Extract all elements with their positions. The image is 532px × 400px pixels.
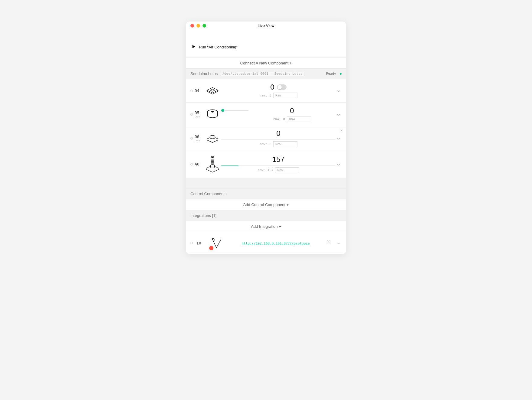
pin-label-d6: D6: [195, 134, 204, 139]
pin-sublabel-d5: pwm: [195, 115, 204, 118]
buzzer-icon: [204, 108, 221, 121]
pin-label-d4: D4: [195, 88, 204, 93]
device-header: Seeduino Lotus /dev/tty.usbserial-0001 -…: [186, 69, 346, 79]
device-path[interactable]: /dev/tty.usbserial-0001 - Seeduino Lotus: [220, 71, 304, 76]
pin-row-d4: D4 0 raw: 0: [186, 79, 346, 103]
pin-select-a0[interactable]: [190, 163, 193, 166]
window-title: Live View: [186, 23, 346, 28]
pin-sublabel-d6: pwm: [195, 139, 204, 142]
pin-slider-d6[interactable]: [221, 139, 336, 140]
pin-select-d4[interactable]: [190, 90, 193, 92]
pin-raw-mode-d5[interactable]: [287, 116, 311, 122]
pin-raw-mode-a0[interactable]: [275, 167, 299, 173]
svg-marker-0: [193, 45, 196, 48]
device-status: Ready: [326, 72, 336, 76]
pin-slider-a0[interactable]: [221, 166, 336, 166]
protopie-icon: [207, 236, 225, 250]
add-integration-button[interactable]: Add Integration +: [186, 221, 346, 232]
pin-raw-label-d5: raw: 0: [273, 117, 285, 121]
add-control-component-button[interactable]: Add Control Component +: [186, 199, 346, 210]
spacer-row: [186, 178, 346, 189]
play-icon: [192, 44, 196, 50]
pin-row-d6: × D6 pwm 0 raw: 0: [186, 126, 346, 150]
chevron-down-icon[interactable]: [336, 162, 342, 167]
run-label: Run “Air Conditioning”: [199, 45, 238, 49]
pin-value-d6: 0: [276, 129, 280, 138]
pin-raw-mode-d6[interactable]: [273, 141, 297, 147]
pin-raw-label-d4: raw: 0: [259, 93, 271, 97]
control-components-header: Control Components: [186, 189, 346, 199]
pin-slider-d5[interactable]: [221, 110, 248, 111]
pin-label-d5: D5: [195, 110, 204, 115]
pin-raw-label-a0: raw: 157: [258, 168, 274, 172]
potentiometer-icon: [204, 156, 221, 173]
chevron-down-icon[interactable]: [336, 112, 342, 117]
pin-value-a0: 157: [272, 155, 284, 164]
svg-point-9: [211, 156, 214, 157]
pad-icon: [204, 84, 221, 97]
pin-raw-label-d6: raw: 0: [259, 142, 271, 146]
pin-toggle-d4[interactable]: [277, 84, 287, 90]
status-error-badge: [209, 246, 213, 250]
pin-raw-mode-d4[interactable]: [273, 93, 297, 98]
button-component-icon: [204, 132, 221, 145]
integration-url-wrap: http://192.168.0.101:8777/protopie: [227, 240, 325, 246]
svg-point-4: [212, 111, 214, 112]
integration-select[interactable]: [190, 242, 193, 244]
chevron-down-icon[interactable]: [336, 240, 342, 246]
pin-row-a0: A0 157: [186, 150, 346, 178]
pin-row-d5: D5 pwm 0: [186, 103, 346, 126]
device-name: Seeduino Lotus: [190, 71, 218, 76]
pin-value-d4: 0: [270, 83, 274, 91]
pin-select-d5[interactable]: [190, 113, 193, 116]
expand-icon[interactable]: [326, 240, 331, 246]
titlebar: Live View: [186, 21, 346, 30]
svg-marker-2: [210, 89, 215, 91]
chevron-down-icon[interactable]: [336, 136, 342, 141]
run-prototype-button[interactable]: Run “Air Conditioning”: [186, 30, 346, 58]
integration-row: I0 http://192.168.0.101:8777/protopie: [186, 232, 346, 254]
integrations-header: Integrations [1]: [186, 210, 346, 221]
status-dot-icon: [340, 73, 342, 75]
pin-value-d5: 0: [290, 107, 294, 115]
chevron-down-icon[interactable]: [336, 88, 342, 93]
integration-label: I0: [196, 241, 206, 245]
connect-component-button[interactable]: Connect A New Component +: [186, 58, 346, 69]
pin-select-d6[interactable]: [190, 137, 193, 139]
close-icon[interactable]: ×: [340, 128, 343, 133]
pin-label-a0: A0: [195, 162, 204, 166]
connect-label: Connect A New Component +: [240, 61, 292, 65]
app-window: Live View Run “Air Conditioning” Connect…: [186, 21, 346, 254]
integration-url-link[interactable]: http://192.168.0.101:8777/protopie: [242, 241, 310, 245]
svg-rect-17: [328, 242, 329, 243]
